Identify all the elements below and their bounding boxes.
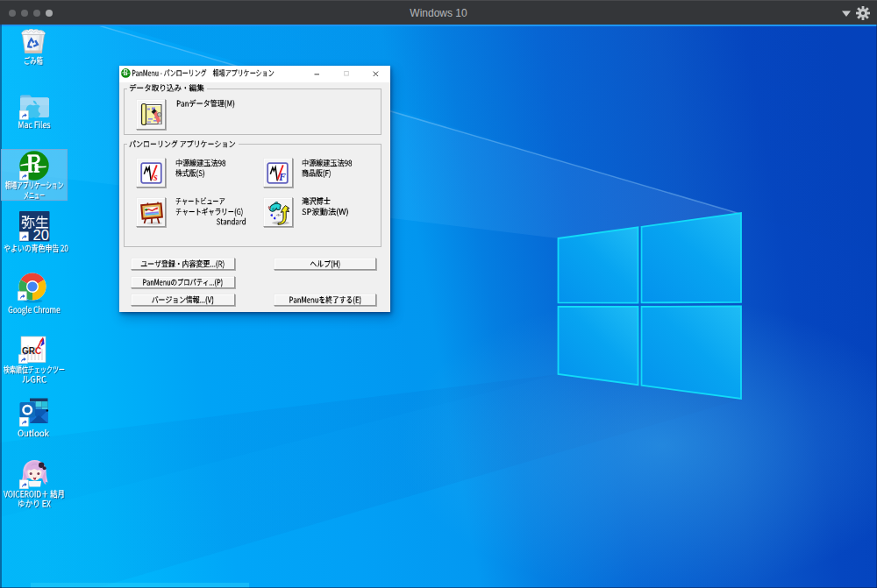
- svg-text:C: C: [35, 346, 41, 356]
- svg-text:20: 20: [32, 227, 48, 242]
- svg-text:s: s: [153, 172, 158, 182]
- svg-text:F: F: [278, 172, 286, 182]
- svg-text:GR: GR: [22, 346, 36, 356]
